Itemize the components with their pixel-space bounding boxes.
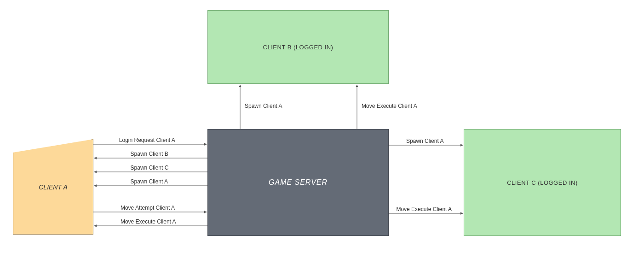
game-server-label: GAME SERVER (269, 178, 328, 187)
edge-as-2: Spawn Client C (131, 165, 169, 171)
edge-as-3: Spawn Client A (131, 178, 168, 185)
client-b-box: CLIENT B (LOGGED IN) (207, 10, 389, 84)
client-c-label: CLIENT C (LOGGED IN) (507, 179, 578, 186)
game-server-box: GAME SERVER (207, 129, 389, 236)
edge-as-4: Move Attempt Client A (121, 205, 175, 211)
edge-as-5: Move Execute Client A (121, 218, 176, 225)
client-b-label: CLIENT B (LOGGED IN) (263, 44, 334, 51)
client-a-label: CLIENT A (13, 139, 93, 235)
edge-sc-1: Move Execute Client A (396, 206, 452, 212)
client-c-box: CLIENT C (LOGGED IN) (464, 129, 621, 236)
edge-as-1: Spawn Client B (131, 151, 168, 157)
edge-sc-0: Spawn Client A (406, 138, 443, 144)
edge-sb-0: Spawn Client A (245, 103, 282, 109)
edge-sb-1: Move Execute Client A (362, 103, 417, 109)
edge-as-0: Login Request Client A (119, 137, 175, 143)
client-a-text: CLIENT A (39, 183, 68, 191)
